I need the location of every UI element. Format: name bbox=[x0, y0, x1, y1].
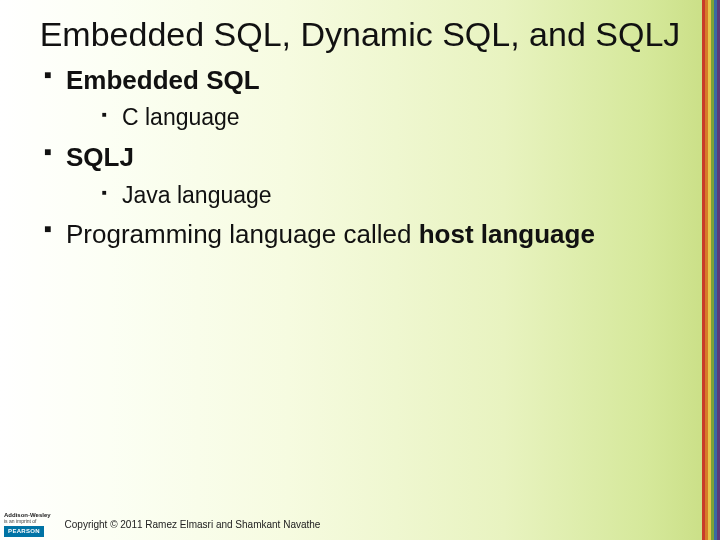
bullet-text: Embedded SQL bbox=[66, 65, 260, 95]
sub-list: Java language bbox=[66, 181, 684, 211]
sub-bullet-c-language: C language bbox=[102, 103, 684, 133]
bullet-host-language: Programming language called host languag… bbox=[44, 218, 684, 251]
sub-bullet-java-language: Java language bbox=[102, 181, 684, 211]
decorative-stripe bbox=[702, 0, 720, 540]
footer: Addison-Wesley is an imprint of PEARSON … bbox=[0, 508, 720, 540]
bullet-text-pre: Programming language called bbox=[66, 219, 419, 249]
slide: Embedded SQL, Dynamic SQL, and SQLJ Embe… bbox=[0, 0, 720, 540]
bullet-list: Embedded SQL C language SQLJ Java langua… bbox=[36, 64, 684, 252]
sub-list: C language bbox=[66, 103, 684, 133]
bullet-text-bold: host language bbox=[419, 219, 595, 249]
slide-title: Embedded SQL, Dynamic SQL, and SQLJ bbox=[36, 14, 684, 54]
publisher-logo: Addison-Wesley is an imprint of PEARSON bbox=[4, 512, 51, 537]
bullet-text: SQLJ bbox=[66, 142, 134, 172]
pearson-badge: PEARSON bbox=[4, 526, 44, 537]
brand-imprint-line: is an imprint of bbox=[4, 519, 51, 524]
bullet-sqlj: SQLJ Java language bbox=[44, 141, 684, 210]
brand-addison-wesley: Addison-Wesley bbox=[4, 512, 51, 518]
bullet-embedded-sql: Embedded SQL C language bbox=[44, 64, 684, 133]
copyright-text: Copyright © 2011 Ramez Elmasri and Shamk… bbox=[65, 519, 321, 530]
